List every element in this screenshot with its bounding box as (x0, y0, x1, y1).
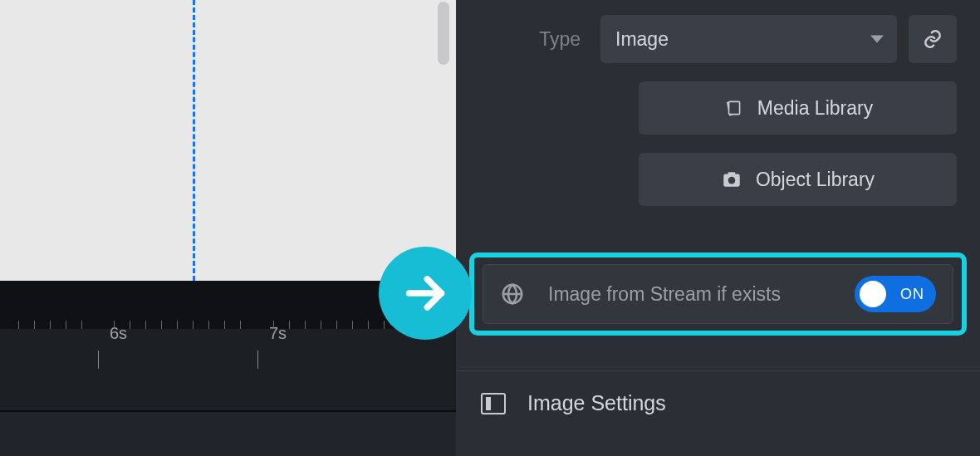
type-select-value: Image (615, 28, 669, 51)
section-title: Image Settings (527, 391, 666, 415)
svg-rect-0 (728, 101, 739, 114)
object-library-label: Object Library (756, 169, 875, 191)
vertical-scrollbar[interactable] (438, 2, 449, 65)
panel-icon (481, 393, 506, 414)
media-library-label: Media Library (757, 97, 873, 120)
type-select[interactable]: Image (600, 15, 897, 63)
media-library-icon (723, 97, 744, 119)
chevron-down-icon (870, 36, 884, 43)
editor-left-pane: 6s 7s (0, 0, 456, 456)
canvas-area[interactable] (0, 0, 456, 281)
link-icon (922, 28, 943, 50)
media-library-button[interactable]: Media Library (639, 81, 957, 135)
type-label: Type (456, 28, 589, 51)
toggle-knob (860, 281, 886, 307)
type-row: Type Image (456, 15, 980, 63)
svg-rect-3 (728, 172, 736, 175)
playhead-line (193, 0, 195, 281)
properties-panel: Type Image Media Library Object Library … (456, 0, 980, 456)
timeline-track[interactable] (0, 329, 456, 410)
stream-toggle[interactable]: ON (855, 276, 936, 312)
stream-row: Image from Stream if exists ON (483, 264, 953, 324)
stream-label: Image from Stream if exists (548, 283, 831, 306)
timeline-track[interactable] (0, 412, 456, 456)
link-button[interactable] (909, 15, 957, 63)
toggle-state-label: ON (900, 286, 924, 303)
image-settings-header[interactable]: Image Settings (456, 370, 980, 435)
arrow-callout-icon (379, 247, 472, 340)
highlight-box: Image from Stream if exists ON (469, 253, 967, 336)
object-library-button[interactable]: Object Library (639, 153, 957, 206)
object-library-icon (721, 169, 742, 190)
globe-icon (500, 282, 525, 306)
